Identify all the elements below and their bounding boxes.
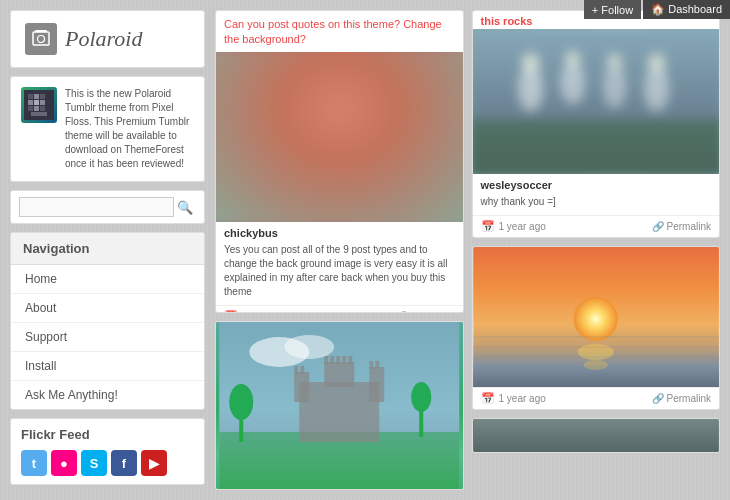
- calendar-icon-3: 📅: [481, 392, 495, 405]
- logo-text: Polaroid: [65, 26, 142, 52]
- permalink-link-2[interactable]: 🔗 Permalink: [652, 221, 711, 232]
- avatar: [21, 87, 57, 123]
- calendar-icon: 📅: [224, 310, 238, 313]
- card-time-2: 📅 1 year ago: [481, 220, 546, 233]
- card-body-2: why thank you =]: [473, 193, 720, 215]
- card-header: Can you post quotes on this theme? Chang…: [216, 11, 463, 52]
- social-icons: t ● S f ▶: [21, 450, 194, 476]
- search-box: 🔍: [10, 190, 205, 224]
- flickr-feed-title: Flickr Feed: [21, 427, 194, 442]
- card-time: 📅 1 year ago: [224, 310, 289, 313]
- blurred-face-image: [216, 52, 463, 222]
- logo-box: Polaroid: [10, 10, 205, 68]
- partial-card: [472, 418, 721, 453]
- card-time-label-2: 1 year ago: [499, 221, 546, 232]
- svg-rect-11: [34, 106, 39, 111]
- sunset-card: 📅 1 year ago 🔗 Permalink: [472, 246, 721, 410]
- permalink-label-3: Permalink: [667, 393, 711, 404]
- svg-rect-29: [342, 356, 346, 364]
- right-column: this rocks: [472, 10, 721, 490]
- about-text: This is the new Polaroid Tumblr theme fr…: [65, 87, 194, 171]
- nav-item-about[interactable]: About: [11, 294, 204, 323]
- svg-point-2: [38, 36, 45, 43]
- svg-rect-23: [300, 366, 304, 374]
- card-image-blurred-face: [216, 52, 463, 222]
- search-button[interactable]: 🔍: [174, 200, 196, 215]
- card-question: Can you post quotes on this theme? Chang…: [224, 18, 442, 45]
- svg-rect-30: [348, 356, 352, 364]
- twitter-icon[interactable]: t: [21, 450, 47, 476]
- permalink-link-3[interactable]: 🔗 Permalink: [652, 393, 711, 404]
- svg-rect-8: [34, 100, 39, 105]
- svg-rect-21: [324, 362, 354, 387]
- blurry-people-image: [473, 29, 720, 174]
- svg-rect-12: [40, 106, 45, 111]
- castle-image: [216, 322, 463, 490]
- castle-inner: [216, 322, 463, 490]
- logo-icon: [25, 23, 57, 55]
- permalink-link[interactable]: 🔗 Permalink: [395, 311, 454, 313]
- svg-rect-28: [336, 356, 340, 364]
- facebook-icon[interactable]: f: [111, 450, 137, 476]
- svg-rect-26: [324, 356, 328, 364]
- flickr-feed-box: Flickr Feed t ● S f ▶: [10, 418, 205, 485]
- permalink-label-2: Permalink: [667, 221, 711, 232]
- search-input[interactable]: [19, 197, 174, 217]
- card-time-label-3: 1 year ago: [499, 393, 546, 404]
- skype-icon[interactable]: S: [81, 450, 107, 476]
- card-body: Yes you can post all of the 9 post types…: [216, 241, 463, 305]
- svg-rect-24: [369, 361, 373, 369]
- people-image: [473, 29, 720, 174]
- castle-card: [215, 321, 464, 490]
- svg-rect-54: [473, 418, 718, 453]
- svg-rect-10: [28, 106, 33, 111]
- card-author-2: wesleysoccer: [473, 174, 720, 193]
- svg-point-32: [229, 384, 253, 420]
- nav-item-install[interactable]: Install: [11, 352, 204, 381]
- sunset-image: [473, 247, 720, 387]
- main-content: Can you post quotes on this theme? Chang…: [215, 10, 720, 490]
- nav-item-home[interactable]: Home: [11, 265, 204, 294]
- nav-item-support[interactable]: Support: [11, 323, 204, 352]
- dashboard-button[interactable]: 🏠 Dashboard: [643, 0, 730, 19]
- svg-rect-5: [34, 94, 39, 99]
- partial-image: [473, 418, 720, 453]
- permalink-label: Permalink: [410, 311, 454, 313]
- svg-rect-13: [31, 112, 47, 116]
- card-author: chickybus: [216, 222, 463, 241]
- svg-rect-7: [28, 100, 33, 105]
- svg-rect-4: [28, 94, 33, 99]
- svg-point-34: [411, 382, 431, 412]
- svg-rect-9: [40, 100, 45, 105]
- svg-rect-18: [299, 382, 379, 442]
- top-bar: + Follow 🏠 Dashboard: [584, 0, 730, 19]
- svg-rect-22: [294, 366, 298, 374]
- card-footer-3: 📅 1 year ago 🔗 Permalink: [473, 387, 720, 409]
- youtube-icon[interactable]: ▶: [141, 450, 167, 476]
- card-time-label: 1 year ago: [242, 311, 289, 313]
- card-footer: 📅 1 year ago 🔗 Permalink: [216, 305, 463, 313]
- quote-card: Can you post quotes on this theme? Chang…: [215, 10, 464, 313]
- flickr-icon[interactable]: ●: [51, 450, 77, 476]
- sidebar: Polaroid This is the new Polaroid Tumblr…: [10, 10, 205, 485]
- svg-rect-19: [294, 372, 309, 402]
- svg-point-46: [573, 297, 617, 341]
- follow-button[interactable]: + Follow: [584, 0, 641, 19]
- calendar-icon-2: 📅: [481, 220, 495, 233]
- link-icon-3: 🔗: [652, 393, 664, 404]
- card-footer-2: 📅 1 year ago 🔗 Permalink: [473, 215, 720, 237]
- svg-rect-27: [330, 356, 334, 364]
- nav-item-ask[interactable]: Ask Me Anything!: [11, 381, 204, 409]
- svg-rect-44: [473, 120, 720, 174]
- sunset-inner: [473, 247, 720, 387]
- svg-point-48: [583, 360, 607, 370]
- svg-rect-25: [375, 361, 379, 369]
- people-card: this rocks: [472, 10, 721, 238]
- svg-point-47: [577, 344, 613, 360]
- svg-point-17: [284, 335, 334, 359]
- about-box: This is the new Polaroid Tumblr theme fr…: [10, 76, 205, 182]
- link-icon-2: 🔗: [652, 221, 664, 232]
- svg-rect-6: [40, 94, 45, 99]
- svg-rect-1: [35, 30, 47, 32]
- svg-rect-20: [369, 367, 384, 402]
